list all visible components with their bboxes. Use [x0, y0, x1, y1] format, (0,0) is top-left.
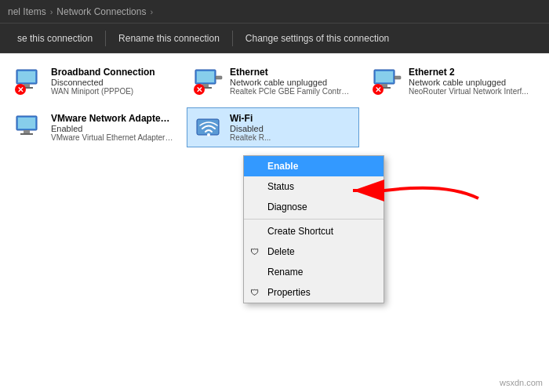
broadband-name: Broadband Connection: [51, 67, 173, 78]
connection-ethernet[interactable]: ✕ Ethernet Network cable unplugged Realt…: [187, 61, 359, 101]
connections-grid: ✕ Broadband Connection Disconnected WAN …: [0, 53, 549, 155]
svg-rect-1: [18, 71, 35, 82]
shield-icon-props: 🛡: [250, 288, 259, 297]
broadband-icon: ✕: [15, 67, 46, 95]
connection-broadband[interactable]: ✕ Broadband Connection Disconnected WAN …: [8, 61, 180, 101]
svg-rect-10: [376, 71, 393, 82]
ethernet2-icon: ✕: [373, 67, 404, 95]
shield-icon-delete: 🛡: [250, 247, 259, 256]
connection-vmware[interactable]: VMware Network Adapter VMnet8 Enabled VM…: [8, 107, 180, 147]
content-area: ✕ Broadband Connection Disconnected WAN …: [0, 53, 549, 392]
ethernet-name: Ethernet: [230, 67, 352, 78]
ctx-properties[interactable]: 🛡Properties: [244, 282, 384, 303]
ethernet-adapter: Realtek PCIe GBE Family Controller: [230, 87, 352, 96]
ctx-diagnose[interactable]: Diagnose: [244, 197, 384, 217]
svg-rect-18: [197, 119, 219, 135]
ctx-create-shortcut[interactable]: Create Shortcut: [244, 221, 384, 241]
ctx-status[interactable]: Status: [244, 176, 384, 197]
svg-rect-17: [20, 133, 33, 135]
breadcrumb-sep2: ›: [150, 7, 153, 16]
ethernet2-info: Ethernet 2 Network cable unplugged NeoRo…: [409, 67, 531, 96]
use-connection-button[interactable]: se this connection: [6, 24, 104, 53]
broadband-info: Broadband Connection Disconnected WAN Mi…: [51, 67, 173, 96]
watermark: wsxdn.com: [500, 378, 543, 387]
vmware-name: VMware Network Adapter VMnet8: [51, 113, 173, 124]
wifi-info: Wi-Fi Disabled Realtek R...: [230, 113, 352, 142]
ethernet2-name: Ethernet 2: [409, 67, 531, 78]
toolbar-separator-1: [105, 31, 106, 46]
wifi-adapter: Realtek R...: [230, 133, 352, 142]
breadcrumb-network-connections[interactable]: Network Connections: [56, 6, 146, 17]
vmware-info: VMware Network Adapter VMnet8 Enabled VM…: [51, 113, 173, 142]
svg-point-19: [207, 133, 210, 136]
wifi-status: Disabled: [230, 124, 352, 133]
wifi-icon: [194, 113, 225, 141]
broadband-status: Disconnected: [51, 78, 173, 87]
error-badge-ethernet: ✕: [194, 84, 205, 95]
svg-rect-16: [24, 130, 30, 133]
svg-rect-8: [216, 76, 222, 79]
title-bar: nel Items › Network Connections ›: [0, 0, 549, 24]
ethernet-status: Network cable unplugged: [230, 78, 352, 87]
ethernet-info: Ethernet Network cable unplugged Realtek…: [230, 67, 352, 96]
error-badge-ethernet2: ✕: [373, 84, 384, 95]
ethernet2-status: Network cable unplugged: [409, 78, 531, 87]
change-settings-button[interactable]: Change settings of this connection: [235, 24, 400, 53]
svg-rect-13: [394, 76, 401, 79]
toolbar: se this connection Rename this connectio…: [0, 24, 549, 53]
breadcrumb-panel-items[interactable]: nel Items: [8, 6, 46, 17]
vmware-icon: [15, 113, 46, 141]
error-badge-broadband: ✕: [15, 84, 26, 95]
connection-wifi[interactable]: Wi-Fi Disabled Realtek R...: [187, 107, 359, 147]
ethernet-icon: ✕: [194, 67, 225, 95]
ctx-sep1: [244, 219, 384, 220]
toolbar-separator-2: [232, 31, 233, 46]
vmware-adapter: VMware Virtual Ethernet Adapter ...: [51, 133, 173, 142]
rename-connection-button[interactable]: Rename this connection: [107, 24, 231, 53]
ethernet2-adapter: NeoRouter Virtual Network Interf...: [409, 87, 531, 96]
ctx-rename[interactable]: Rename: [244, 262, 384, 282]
wifi-name: Wi-Fi: [230, 113, 352, 124]
vmware-status: Enabled: [51, 124, 173, 133]
connection-ethernet2[interactable]: ✕ Ethernet 2 Network cable unplugged Neo…: [365, 61, 538, 101]
breadcrumb-sep1: ›: [50, 7, 53, 16]
svg-rect-15: [18, 118, 35, 129]
ctx-enable[interactable]: Enable: [244, 156, 384, 176]
svg-rect-5: [197, 71, 214, 82]
broadband-adapter: WAN Miniport (PPPOE): [51, 87, 173, 96]
ctx-delete[interactable]: 🛡Delete: [244, 241, 384, 262]
context-menu: Enable Status Diagnose Create Shortcut 🛡…: [243, 155, 384, 303]
